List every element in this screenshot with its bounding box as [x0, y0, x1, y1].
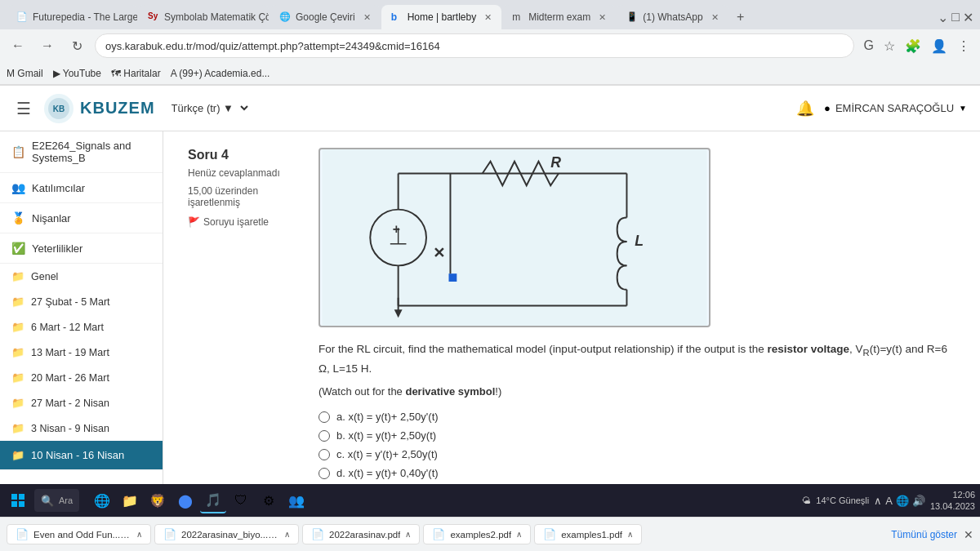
volume-icon[interactable]: 🔊 — [912, 495, 925, 507]
bookmark-gmail[interactable]: M Gmail — [7, 68, 43, 79]
chevron-icon[interactable]: ∧ — [874, 495, 882, 507]
tab-4-favicon: b — [391, 11, 403, 23]
network-icon[interactable]: 🌐 — [896, 495, 909, 507]
menu-icon[interactable]: ⋮ — [954, 35, 973, 57]
svg-text:+: + — [393, 222, 400, 236]
taskbar-app-gear[interactable]: ⚙ — [256, 487, 282, 513]
star-icon[interactable]: ☆ — [880, 35, 898, 57]
download-name-0: Even and Odd Fun....pdf — [33, 530, 131, 540]
taskbar-app-chrome[interactable]: ⬤ — [172, 487, 198, 513]
sidebar-folder-10nisan[interactable]: 📁 10 Nisan - 16 Nisan — [0, 441, 163, 470]
option-b[interactable]: b. x(t) = y(t)+ 2,50y(t) — [318, 429, 956, 442]
svg-rect-21 — [19, 494, 24, 500]
notifications-bell[interactable]: 🔔 — [796, 100, 814, 118]
hamburger-menu[interactable]: ☰ — [13, 96, 34, 122]
address-input[interactable] — [95, 33, 854, 58]
option-d[interactable]: d. x(t) = y(t)+ 0,40y'(t) — [318, 467, 956, 479]
tab-4[interactable]: b Home | bartleby ✕ — [381, 5, 502, 29]
maximize-icon[interactable]: □ — [951, 10, 960, 24]
question-note: (Watch out for the derivative symbol!) — [318, 385, 956, 398]
bookmark-haritalar[interactable]: 🗺 Haritalar — [111, 68, 161, 79]
sidebar-folder-3nisan[interactable]: 📁 3 Nisan - 9 Nisan — [0, 415, 163, 441]
download-arrow-4[interactable]: ∧ — [627, 530, 633, 539]
sidebar-item-katilimcilar[interactable]: 👥 Katılımcılar — [0, 173, 163, 203]
search-icon: 🔍 — [41, 495, 54, 507]
tab-6-label: (1) WhatsApp — [643, 11, 702, 23]
tab-6-close[interactable]: ✕ — [711, 12, 719, 23]
svg-rect-2 — [322, 149, 706, 326]
download-arrow-2[interactable]: ∧ — [405, 530, 411, 539]
taskbar-app-shield[interactable]: 🛡 — [228, 487, 254, 513]
language-icon[interactable]: A — [885, 495, 893, 507]
tab-4-close[interactable]: ✕ — [484, 12, 492, 23]
download-arrow-0[interactable]: ∧ — [136, 530, 142, 539]
taskbar-clock[interactable]: 12:06 13.04.2023 — [930, 489, 975, 513]
taskbar-app-explorer[interactable]: 📁 — [117, 487, 143, 513]
sidebar-folder-13mart[interactable]: 📁 13 Mart - 19 Mart — [0, 340, 163, 365]
address-icons: G ☆ 🧩 👤 ⋮ — [861, 35, 973, 57]
back-button[interactable]: ← — [7, 34, 29, 57]
download-name-4: examples1.pdf — [561, 530, 622, 540]
tab-5-close[interactable]: ✕ — [599, 12, 606, 23]
sidebar-item-yeterlilikler[interactable]: ✅ Yeterlilikler — [0, 233, 163, 264]
nav-right: 🔔 ● EMİRCAN SARAÇOĞLU ▼ — [796, 100, 967, 118]
tab-6[interactable]: 📱 (1) WhatsApp ✕ — [617, 5, 728, 29]
radio-c[interactable] — [318, 449, 330, 460]
bookmarks-bar: M Gmail ▶ YouTube 🗺 Haritalar A (99+) Ac… — [0, 62, 980, 85]
download-name-3: examples2.pdf — [450, 530, 511, 540]
radio-b[interactable] — [318, 430, 330, 442]
bookmark-youtube[interactable]: ▶ YouTube — [53, 68, 101, 79]
option-a[interactable]: a. x(t) = y(t)+ 2,50y'(t) — [318, 411, 956, 423]
bold-resistor-voltage: resistor voltage — [768, 343, 850, 355]
show-all-downloads[interactable]: Tümünü göster — [891, 529, 957, 540]
tab-5[interactable]: m Midterm exam ✕ — [502, 5, 616, 29]
question-number: Soru 4 — [188, 148, 302, 162]
minimize-icon[interactable]: ⌄ — [938, 10, 948, 25]
tab-4-label: Home | bartleby — [408, 11, 477, 23]
sidebar-folder-27mart[interactable]: 📁 27 Mart - 2 Nisan — [0, 390, 163, 415]
download-arrow-1[interactable]: ∧ — [284, 530, 290, 539]
new-tab-button[interactable]: + — [729, 6, 752, 29]
reload-button[interactable]: ↻ — [65, 34, 88, 57]
taskbar-app-teams[interactable]: 👥 — [283, 487, 310, 513]
download-item-2[interactable]: 📄 2022arasinav.pdf ∧ — [302, 524, 420, 544]
sidebar-folder-27subat[interactable]: 📁 27 Şubat - 5 Mart — [0, 289, 163, 314]
sidebar-folder-6mart[interactable]: 📁 6 Mart - 12 Mart — [0, 314, 163, 340]
user-area[interactable]: ● EMİRCAN SARAÇOĞLU ▼ — [824, 102, 967, 114]
tab-1[interactable]: 📄 Futurepedia - The Largest... ✕ — [7, 5, 137, 29]
badges-icon: 🏅 — [11, 211, 25, 224]
download-item-1[interactable]: 📄 2022arasinav_biyo....pdf ∧ — [154, 524, 299, 544]
bookmark-academia[interactable]: A (99+) Academia.ed... — [171, 68, 270, 79]
close-window-icon[interactable]: ✕ — [963, 10, 973, 25]
tab-2[interactable]: Sy Symbolab Matematik Çözü... ✕ — [138, 5, 269, 29]
download-arrow-3[interactable]: ∧ — [516, 530, 522, 539]
download-item-4[interactable]: 📄 examples1.pdf ∧ — [534, 524, 642, 544]
download-item-3[interactable]: 📄 examples2.pdf ∧ — [423, 524, 531, 544]
option-d-label: d. x(t) = y(t)+ 0,40y'(t) — [336, 467, 439, 479]
sidebar-folder-20mart[interactable]: 📁 20 Mart - 26 Mart — [0, 365, 163, 390]
extensions-icon[interactable]: 🧩 — [902, 35, 924, 57]
flag-question-button[interactable]: 🚩 Soruyu işaretle — [188, 216, 269, 228]
taskbar-app-brave[interactable]: 🦁 — [145, 487, 171, 513]
language-select[interactable]: Türkçe (tr) ▼ — [165, 100, 251, 117]
tab-3-label: Google Çeviri — [296, 11, 355, 23]
taskbar-app-edge[interactable]: 🌐 — [89, 487, 115, 513]
taskbar-app-music[interactable]: 🎵 — [200, 487, 226, 513]
question-points: 15,00 üzerinden işaretlenmiş — [188, 185, 302, 208]
download-item-0[interactable]: 📄 Even and Odd Fun....pdf ∧ — [7, 524, 151, 544]
start-button[interactable] — [5, 487, 31, 513]
tab-3-close[interactable]: ✕ — [363, 12, 371, 23]
close-download-bar[interactable]: ✕ — [964, 528, 973, 541]
option-c[interactable]: c. x(t) = y'(t)+ 2,50y(t) — [318, 448, 956, 460]
profile-icon[interactable]: 👤 — [928, 35, 951, 57]
forward-button[interactable]: → — [36, 34, 59, 57]
sidebar-item-nisanlar[interactable]: 🏅 Nişanlar — [0, 203, 163, 233]
sidebar-folder-genel[interactable]: 📁 Genel — [0, 264, 163, 289]
taskbar-search[interactable]: 🔍 Ara — [34, 489, 79, 512]
radio-d[interactable] — [318, 468, 330, 479]
tab-3[interactable]: 🌐 Google Çeviri ✕ — [270, 5, 381, 29]
sidebar-3nisan-label: 3 Nisan - 9 Nisan — [31, 423, 109, 434]
radio-a[interactable] — [318, 411, 330, 423]
competencies-icon: ✅ — [11, 242, 25, 255]
sidebar-course[interactable]: 📋 E2E264_Signals and Systems_B — [0, 131, 163, 173]
